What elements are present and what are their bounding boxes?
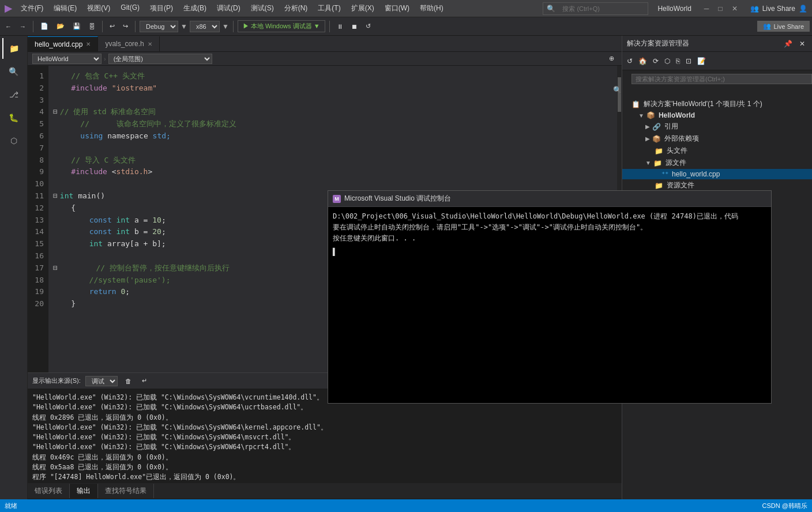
output-clear-btn[interactable]: 🗑 (122, 376, 134, 386)
live-share-toolbar-label: Live Share (773, 23, 804, 30)
tab-hello-world[interactable]: hello_world.cpp ✕ (28, 36, 98, 51)
tab-find-results[interactable]: 查找符号结果 (98, 484, 154, 498)
se-title: 解决方案资源管理器 (627, 39, 689, 48)
activity-extensions[interactable]: ⬡ (2, 130, 25, 151)
new-file-btn[interactable]: 📄 (37, 21, 51, 32)
global-search-input[interactable] (558, 4, 644, 13)
se-search-input[interactable] (631, 74, 812, 84)
stop-btn[interactable]: ⏹ (348, 21, 360, 32)
code-line-8: // 导入 C 头文件 (53, 155, 612, 167)
se-project-icon: 📦 (646, 111, 655, 119)
se-solution-node[interactable]: 📋 解决方案'HelloWorld'(1 个项目/共 1 个) (622, 98, 812, 110)
se-expand-btn[interactable]: ⬡ (662, 56, 672, 66)
context-select[interactable]: (全局范围) (108, 54, 212, 64)
live-share-icon: 👥 (750, 5, 759, 13)
se-sources-node[interactable]: ▼ 📁 源文件 (622, 157, 812, 169)
debug-console-content[interactable]: D:\002_Project\006_Visual_Studio\HelloWo… (328, 207, 771, 403)
menu-item-H[interactable]: 帮助(H) (415, 1, 448, 16)
tab-close-yvals[interactable]: ✕ (148, 41, 152, 47)
menu-item-F[interactable]: 文件(F) (16, 1, 48, 16)
maximize-icon[interactable]: □ (715, 5, 725, 13)
output-source-select[interactable]: 调试 (85, 376, 118, 386)
restart-btn[interactable]: ↺ (363, 21, 374, 32)
menu-item-GitG[interactable]: Git(G) (116, 1, 144, 16)
minimize-icon[interactable]: ─ (701, 5, 713, 13)
forward-btn[interactable]: → (17, 21, 29, 32)
open-btn[interactable]: 📂 (54, 21, 67, 32)
expand-btn[interactable]: ⊕ (606, 53, 617, 64)
tab-label-hello-world: hello_world.cpp (35, 40, 82, 48)
se-pin-btn[interactable]: 📌 (781, 39, 795, 49)
menu-item-X[interactable]: 扩展(X) (347, 1, 379, 16)
se-refs-node[interactable]: ▶ 🔗 引用 (622, 121, 812, 133)
menu-item-N[interactable]: 分析(N) (280, 1, 313, 16)
status-right: CSDN @韩晴乐 (762, 502, 807, 510)
se-filter-btn[interactable]: ⎘ (674, 56, 682, 66)
se-solution-icon: 📋 (631, 100, 640, 108)
arrow-icon: ▼ (181, 22, 187, 31)
debug-console-header: M Microsoft Visual Studio 调试控制台 (328, 191, 771, 207)
tab-error-list[interactable]: 错误列表 (28, 484, 70, 498)
save-btn[interactable]: 💾 (70, 21, 84, 32)
se-sync-btn[interactable]: ↺ (625, 56, 635, 66)
se-search-icon: 🔍 (613, 86, 622, 94)
share-icon: 👥 (763, 22, 771, 30)
se-sources-icon: 📁 (653, 159, 662, 167)
se-header: 解决方案资源管理器 📌 ✕ (622, 36, 812, 52)
close-icon[interactable]: ✕ (728, 5, 741, 13)
output-word-wrap-btn[interactable]: ↵ (139, 375, 150, 386)
tab-close-hello-world[interactable]: ✕ (86, 41, 91, 47)
debug-config-select[interactable]: Debug (140, 21, 178, 32)
menu-item-V[interactable]: 视图(V) (82, 1, 115, 16)
se-new-file-btn[interactable]: 📝 (695, 56, 708, 66)
se-toolbar: ↺ 🏠 ⟳ ⬡ ⎘ ⊡ 📝 (622, 52, 812, 70)
live-share-label[interactable]: Live Share (762, 5, 795, 13)
tab-yvals[interactable]: yvals_core.h ✕ (98, 36, 159, 51)
scroll-thumb[interactable] (618, 77, 621, 112)
se-resources-node[interactable]: 📁 资源文件 (622, 179, 812, 191)
run-debugger-btn[interactable]: ▶ 本地 Windows 调试器 ▼ (238, 20, 325, 32)
se-close-btn[interactable]: ✕ (797, 39, 807, 49)
code-line-3 (53, 95, 612, 107)
activity-search[interactable]: 🔍 (2, 61, 25, 82)
debug-line-1: D:\002_Project\006_Visual_Studio\HelloWo… (333, 212, 766, 221)
menu-item-S[interactable]: 测试(S) (246, 1, 279, 16)
redo-btn[interactable]: ↪ (120, 21, 131, 32)
tab-output[interactable]: 输出 (70, 484, 98, 498)
activity-explorer[interactable]: 📁 (2, 38, 25, 59)
debug-console-title: Microsoft Visual Studio 调试控制台 (344, 194, 451, 204)
save-all-btn[interactable]: 🗄 (86, 21, 98, 32)
se-hello-label: hello_world.cpp (672, 170, 720, 178)
menu-item-P[interactable]: 项目(P) (145, 1, 178, 16)
pause-btn[interactable]: ⏸ (334, 21, 346, 32)
undo-btn[interactable]: ↩ (107, 21, 118, 32)
activity-debug[interactable]: 🐛 (2, 107, 25, 128)
platform-select[interactable]: x86 (190, 21, 220, 32)
menu-item-D[interactable]: 调试(D) (212, 1, 245, 16)
sep3 (135, 21, 136, 32)
scope-select[interactable]: HelloWorld (32, 54, 102, 64)
menu-item-E[interactable]: 编辑(E) (49, 1, 81, 16)
se-home-btn[interactable]: 🏠 (636, 56, 649, 66)
tab-bar: hello_world.cpp ✕ yvals_core.h ✕ (28, 36, 622, 52)
se-preview-btn[interactable]: ⊡ (683, 56, 694, 66)
se-refresh-btn[interactable]: ⟳ (651, 56, 661, 66)
sep4 (233, 21, 234, 32)
se-solution-label: 解决方案'HelloWorld'(1 个项目/共 1 个) (644, 99, 762, 109)
menu-item-T[interactable]: 工具(T) (313, 1, 345, 16)
se-headers-node[interactable]: 📁 头文件 (622, 145, 812, 157)
back-btn[interactable]: ← (2, 21, 14, 32)
se-project-node[interactable]: ▼ 📦 HelloWorld (622, 110, 812, 121)
se-ext-deps-node[interactable]: ▶ 📦 外部依赖项 (622, 133, 812, 145)
code-line-6: using namespace std; (53, 130, 612, 142)
menu-item-B[interactable]: 生成(B) (179, 1, 211, 16)
sep5 (329, 21, 330, 32)
se-hello-cpp-node[interactable]: ⁺⁺ hello_world.cpp (622, 169, 812, 179)
activity-git[interactable]: ⎇ (2, 84, 25, 105)
menu-item-W[interactable]: 窗口(W) (380, 1, 414, 16)
se-search-container: 🔍 (622, 70, 812, 96)
profile-icon[interactable]: 👤 (799, 5, 807, 13)
live-share-toolbar-btn[interactable]: 👥 Live Share (757, 21, 810, 32)
se-sources-label: 源文件 (666, 158, 686, 168)
se-headers-icon: 📁 (655, 147, 663, 155)
